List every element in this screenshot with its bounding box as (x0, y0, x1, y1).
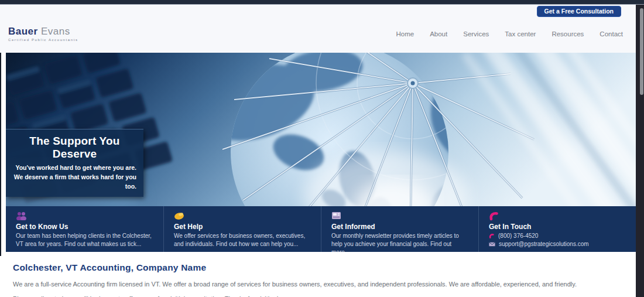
hero-banner: The Support You Deserve You've worked ha… (6, 53, 636, 206)
feature-text: We offer services for business owners, e… (174, 232, 311, 248)
main-nav: Home About Services Tax center Resources… (396, 30, 623, 37)
logo[interactable]: Bauer Evans Certified Public Accountants (8, 26, 78, 42)
logo-wordmark: Bauer Evans (8, 26, 78, 37)
handshake-icon (174, 211, 311, 221)
free-consultation-button[interactable]: Get a Free Consultation (537, 6, 621, 17)
feature-get-help[interactable]: Get Help We offer services for business … (163, 206, 321, 252)
nav-item-resources[interactable]: Resources (551, 30, 584, 37)
envelope-icon (489, 242, 495, 247)
feature-title: Get Informed (331, 223, 469, 231)
nav-item-services[interactable]: Services (463, 30, 489, 37)
hero-subtitle: You've worked hard to get where you are.… (11, 163, 139, 191)
hero-caption: The Support You Deserve You've worked ha… (6, 129, 143, 197)
feature-band: Get to Know Us Our team has been helping… (6, 206, 636, 252)
feature-title: Get Help (174, 223, 311, 231)
nav-item-about[interactable]: About (430, 30, 447, 37)
phone-link[interactable]: (800) 376-4520 (489, 233, 626, 239)
feature-text: Our team has been helping clients in the… (16, 232, 154, 248)
page: Bauer Evans Certified Public Accountants… (0, 0, 644, 297)
people-icon (16, 211, 154, 221)
site-header: Bauer Evans Certified Public Accountants… (0, 5, 636, 53)
window-left-edge (0, 53, 1, 256)
nav-item-contact[interactable]: Contact (600, 30, 623, 37)
intro-paragraph-1: We are a full-service Accounting firm li… (13, 281, 622, 288)
phone-small-icon (489, 233, 495, 239)
email-link[interactable]: support@pgstrategicsolutions.com (489, 241, 626, 247)
feature-get-in-touch[interactable]: Get In Touch (800) 376-4520 support@pgst… (478, 206, 636, 252)
feature-title: Get In Touch (489, 223, 626, 231)
feature-title: Get to Know Us (16, 223, 154, 231)
hero-title: The Support You Deserve (11, 135, 139, 161)
nav-item-tax-center[interactable]: Tax center (505, 30, 536, 37)
logo-tagline: Certified Public Accountants (8, 38, 78, 42)
intro-section: Colchester, VT Accounting, Company Name … (0, 252, 636, 297)
feature-get-to-know-us[interactable]: Get to Know Us Our team has been helping… (6, 206, 163, 252)
newspaper-icon (331, 211, 469, 221)
scrollbar-thumb[interactable] (640, 8, 643, 95)
scrollbar-track[interactable] (636, 5, 644, 297)
browser-top-bar (0, 0, 644, 5)
page-title: Colchester, VT Accounting, Company Name (13, 262, 622, 273)
phone-icon (489, 211, 626, 221)
feature-get-informed[interactable]: Get Informed Our monthly newsletter prov… (321, 206, 478, 252)
nav-item-home[interactable]: Home (396, 30, 414, 37)
